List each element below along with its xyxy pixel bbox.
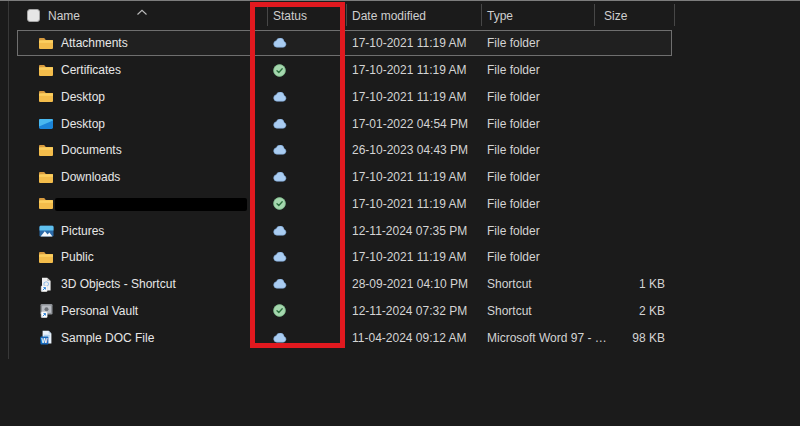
date-modified: 12-11-2024 07:35 PM [352,217,467,244]
vault-icon [38,303,54,318]
table-row[interactable]: Desktop 17-01-2022 04:54 PM File folder [0,110,800,137]
date-modified: 17-10-2021 11:19 AM [352,244,467,271]
date-modified: 17-10-2021 11:19 AM [352,84,467,111]
table-row[interactable]: Pictures 12-11-2024 07:35 PM File folder [0,217,800,244]
name-cell: Pictures [38,217,104,244]
folder-icon [38,143,54,158]
name-cell: W Sample DOC File [38,324,154,351]
table-row[interactable]: Personal Vault 12-11-2024 07:32 PM Short… [0,298,800,325]
cloud-status-icon [273,30,287,57]
select-all-checkbox[interactable] [27,9,40,22]
date-modified: 17-10-2021 11:19 AM [352,30,467,57]
table-row[interactable]: W Sample DOC File 11-04-2024 09:12 AM Mi… [0,324,800,351]
file-name: Certificates [61,63,121,77]
column-header-size[interactable]: Size [604,9,627,23]
file-name: Sample DOC File [61,331,154,345]
cloud-status-icon [273,271,287,298]
date-modified: 28-09-2021 04:10 PM [352,271,468,298]
folder-icon [38,63,54,78]
column-header-status[interactable]: Status [273,9,307,23]
file-name: Desktop [61,117,105,131]
file-size [594,244,674,271]
name-cell: Desktop [38,84,105,111]
column-header-type[interactable]: Type [487,9,513,23]
word-icon: W [38,330,54,345]
cloud-status-icon [273,217,287,244]
name-cell: Public [38,244,94,271]
file-type: Shortcut [487,271,532,298]
table-row[interactable]: Certificates 17-10-2021 11:19 AM File fo… [0,57,800,84]
cloud-status-icon [273,137,287,164]
table-row[interactable]: 17-10-2021 11:19 AM File folder [0,191,800,218]
name-cell: Documents [38,137,122,164]
folder-icon [38,196,54,211]
file-type: File folder [487,57,540,84]
synced-status-icon [273,57,286,84]
synced-status-icon [273,298,286,325]
date-modified: 17-10-2021 11:19 AM [352,191,467,218]
file-type: File folder [487,84,540,111]
folder-icon [38,250,54,265]
file-type: File folder [487,164,540,191]
file-type: File folder [487,244,540,271]
name-cell: Personal Vault [38,298,138,325]
column-header-date-modified[interactable]: Date modified [352,9,426,23]
cloud-status-icon [273,84,287,111]
file-size [594,164,674,191]
file-type: File folder [487,217,540,244]
file-type: Microsoft Word 97 - … [487,324,607,351]
table-row[interactable]: Documents 26-10-2023 04:43 PM File folde… [0,137,800,164]
cloud-status-icon [273,164,287,191]
file-size [594,57,674,84]
date-modified: 11-04-2024 09:12 AM [352,324,467,351]
file-name: Public [61,250,94,264]
file-size: 1 KB [594,271,674,298]
file-type: File folder [487,30,540,57]
column-divider[interactable] [267,4,268,26]
name-cell: 3D Objects - Shortcut [38,271,176,298]
shortcut-file-icon [38,277,54,292]
table-row[interactable]: Public 17-10-2021 11:19 AM File folder [0,244,800,271]
date-modified: 17-10-2021 11:19 AM [352,164,467,191]
cloud-status-icon [273,244,287,271]
file-explorer-window: Name Status Date modified Type Size Atta… [0,0,800,426]
column-divider[interactable] [594,4,595,26]
date-modified: 12-11-2024 07:32 PM [352,298,467,325]
table-row[interactable]: Desktop 17-10-2021 11:19 AM File folder [0,84,800,111]
table-row[interactable]: Downloads 17-10-2021 11:19 AM File folde… [0,164,800,191]
file-size: 98 KB [594,324,674,351]
table-row[interactable]: Attachments 17-10-2021 11:19 AM File fol… [0,30,800,57]
column-header-name[interactable]: Name [48,9,80,23]
file-size [594,110,674,137]
pictures-icon [38,223,54,238]
file-name: Documents [61,143,122,157]
cloud-status-icon [273,324,287,351]
file-list: Attachments 17-10-2021 11:19 AM File fol… [0,30,800,351]
name-cell: Certificates [38,57,121,84]
file-name: Personal Vault [61,304,138,318]
column-divider[interactable] [346,4,347,26]
file-name: Attachments [61,36,128,50]
file-size [594,137,674,164]
date-modified: 17-10-2021 11:19 AM [352,57,467,84]
table-row[interactable]: 3D Objects - Shortcut 28-09-2021 04:10 P… [0,271,800,298]
redaction-bar [55,198,247,211]
desktop-icon [38,116,54,131]
file-name: 3D Objects - Shortcut [61,277,176,291]
folder-icon [38,36,54,51]
file-type: Shortcut [487,298,532,325]
column-divider[interactable] [674,4,675,26]
name-cell: Desktop [38,110,105,137]
svg-text:W: W [41,337,48,344]
file-name: Pictures [61,224,104,238]
sort-ascending-icon[interactable] [136,2,148,9]
name-cell: Downloads [38,164,120,191]
file-size [594,217,674,244]
date-modified: 26-10-2023 04:43 PM [352,137,468,164]
file-size [594,191,674,218]
file-size [594,84,674,111]
synced-status-icon [273,191,286,218]
column-divider[interactable] [481,4,482,26]
name-cell: Attachments [38,30,128,57]
file-type: File folder [487,137,540,164]
